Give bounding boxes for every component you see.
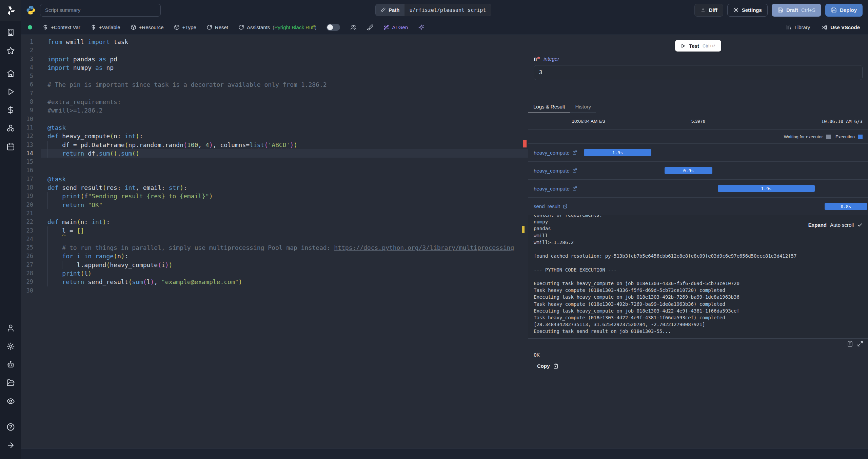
code-line[interactable]: 20 return "OK" (21, 201, 528, 209)
code-line[interactable]: 27 l.append(heavy_compute(i)) (21, 261, 528, 269)
add-resource-button[interactable]: +Resource (131, 24, 164, 30)
sidebar-item-resources-boxes[interactable] (5, 122, 16, 134)
code-line[interactable]: 11@task (21, 123, 528, 132)
code-line[interactable]: 2 (21, 46, 528, 55)
settings-button[interactable]: Settings (727, 4, 768, 17)
code-line[interactable]: 19 print(f"Sending result {res} to {emai… (21, 192, 528, 200)
arg-n-input[interactable] (534, 65, 863, 80)
maximize-icon[interactable] (857, 341, 863, 347)
sidebar-item-folders-folder[interactable] (5, 377, 16, 388)
library-button[interactable]: Library (786, 24, 810, 30)
code-line[interactable]: 13 df = pd.DataFrame(np.random.randn(100… (21, 141, 528, 149)
timeline-task-link[interactable]: heavy_compute (528, 168, 577, 174)
sidebar-item-audit-eye[interactable] (5, 395, 16, 407)
sidebar-item-home[interactable] (5, 67, 16, 79)
test-button[interactable]: Test Ctrl+↵ (675, 40, 721, 52)
line-number: 1 (21, 38, 41, 46)
log-output[interactable]: content of requirements:numpypandaswmill… (528, 215, 868, 339)
code-line[interactable]: 26 for i in range(n): (21, 252, 528, 260)
log-line: wmill>=1.286.2 (534, 239, 863, 246)
check-icon[interactable] (857, 222, 863, 228)
format-button[interactable] (367, 24, 373, 31)
path-chip[interactable]: Path u/rfiszel/pleasant_script (375, 4, 491, 16)
overview-error-marker (523, 140, 527, 147)
ai-gen-button[interactable]: AI Gen (383, 24, 408, 30)
package-icon (131, 24, 136, 30)
script-summary-input[interactable] (40, 4, 161, 17)
multiplayer-toggle[interactable] (327, 24, 340, 31)
sidebar-item-workers-bot[interactable] (5, 359, 16, 370)
code-line[interactable]: 28 print(l) (21, 269, 528, 278)
code-line[interactable]: 18def send_result(res: int, email: str): (21, 183, 528, 192)
code-line[interactable]: 15 (21, 158, 528, 166)
expand-logs-button[interactable]: Expand (808, 222, 827, 228)
sidebar-item-account-user[interactable] (5, 322, 16, 334)
tab-logs-result[interactable]: Logs & Result (528, 101, 570, 113)
add-type-button[interactable]: +Type (174, 24, 196, 30)
timeline-task-link[interactable]: send_result (528, 203, 568, 209)
code-line[interactable]: 29 return send_result(sum(l), "example@e… (21, 278, 528, 286)
audit-eye-icon (6, 397, 15, 405)
line-number: 4 (21, 63, 41, 72)
diff-button[interactable]: Diff (694, 4, 723, 17)
multiplayer-button[interactable] (350, 24, 357, 31)
assistants-button[interactable]: Assistants (Pyright Black Ruff) (238, 24, 316, 30)
line-number: 18 (21, 183, 41, 192)
deploy-button[interactable]: Deploy (825, 4, 863, 17)
code-line[interactable]: 12def heavy_compute(n: int): (21, 132, 528, 140)
log-line: Task heavy_compute (018e1303-492b-7269-b… (534, 301, 863, 307)
code-line[interactable]: 24 (21, 235, 528, 243)
code-line[interactable]: 6# The pin is important since task is a … (21, 80, 528, 89)
code-line[interactable]: 10 (21, 115, 528, 123)
code-line[interactable]: 1from wmill import task (21, 38, 528, 46)
sidebar-item-schedules-calendar[interactable] (5, 141, 16, 152)
code-line[interactable]: 4import numpy as np (21, 63, 528, 72)
windmill-logo[interactable] (0, 0, 21, 21)
autoscroll-label: Auto scroll (830, 222, 854, 228)
reset-button[interactable]: Reset (206, 24, 228, 30)
code-line[interactable]: 9#wmill>=1.286.2 (21, 106, 528, 115)
copy-result-icon[interactable] (847, 341, 853, 347)
line-number: 26 (21, 252, 41, 260)
tab-history[interactable]: History (570, 101, 596, 113)
code-line[interactable]: 5 (21, 72, 528, 80)
add-variable-button[interactable]: +Variable (91, 24, 120, 30)
timeline-task-link[interactable]: heavy_compute (528, 186, 577, 192)
code-line[interactable]: 14 return df.sum().sum() (21, 149, 528, 158)
code-line[interactable]: 7 (21, 89, 528, 98)
code-line[interactable]: 16 (21, 166, 528, 175)
code-editor[interactable]: 1from wmill import task23import pandas a… (21, 35, 528, 448)
sidebar-item-favorites-star[interactable] (5, 45, 16, 56)
sidebar-item-help-circle[interactable] (5, 421, 16, 433)
code-line[interactable]: 17@task (21, 175, 528, 183)
package-icon (174, 24, 180, 30)
draft-button[interactable]: Draft Ctrl+S (772, 4, 821, 17)
code-line[interactable]: 23 l = [] (21, 226, 528, 235)
ai-sparkles-button[interactable] (418, 24, 425, 31)
arg-name: n* (534, 56, 540, 62)
execution-bar: 0.8s (825, 203, 867, 210)
sidebar-item-settings-gear[interactable] (5, 340, 16, 352)
log-line (534, 259, 863, 266)
code-line[interactable]: 25 # to run things in parallel, simply u… (21, 243, 528, 252)
sidebar-item-expand-arrow-right[interactable] (5, 439, 16, 451)
code-line[interactable]: 21 (21, 209, 528, 218)
language-status-dot (28, 25, 32, 29)
line-number: 16 (21, 166, 41, 175)
code-line[interactable]: 3import pandas as pd (21, 55, 528, 63)
copy-result-button[interactable]: Copy (528, 358, 868, 369)
help-circle-icon (6, 423, 15, 431)
log-line (534, 273, 863, 280)
code-line[interactable]: 22def main(n: int): (21, 218, 528, 226)
add-context-var-button[interactable]: +Context Var (42, 24, 80, 30)
sidebar-item-workspace-building[interactable] (5, 26, 16, 38)
use-vscode-button[interactable]: Use VScode (822, 24, 860, 31)
home-icon (6, 69, 15, 78)
code-line[interactable]: 30 (21, 286, 528, 295)
result-value: OK (528, 349, 868, 358)
timeline-task-link[interactable]: heavy_compute (528, 150, 577, 156)
python-language-icon (26, 5, 36, 15)
code-line[interactable]: 8#extra_requirements: (21, 98, 528, 106)
sidebar-item-variables-dollar[interactable] (5, 104, 16, 116)
sidebar-item-runs-play[interactable] (5, 86, 16, 97)
